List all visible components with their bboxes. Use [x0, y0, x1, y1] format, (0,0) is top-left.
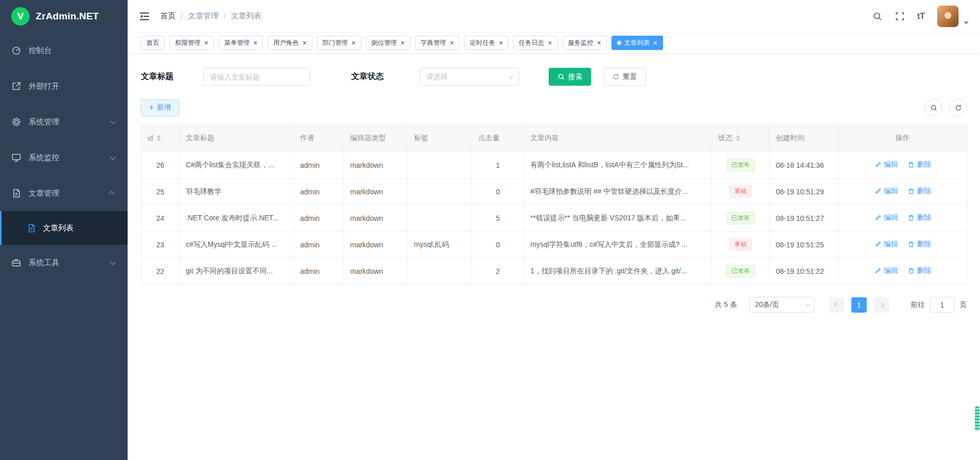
next-page-button[interactable]: [874, 297, 889, 313]
edit-icon: [874, 188, 881, 195]
sidebar-item-article-manage[interactable]: 文章管理: [0, 175, 128, 211]
page-number-button[interactable]: 1: [851, 297, 867, 313]
pagination-total: 共 5 条: [715, 300, 737, 310]
table-row: 22 git 为不同的项目设置不同... admin markdown 2 1，…: [141, 258, 967, 285]
status-badge: 草稿: [729, 238, 752, 251]
sidebar-item-label: 系统监控: [29, 153, 110, 163]
search-button-label: 搜索: [568, 72, 582, 82]
sidebar-item-label: 控制台: [29, 46, 116, 56]
sidebar-item-external-open[interactable]: 外部打开: [0, 68, 128, 104]
sidebar-item-label: 文章管理: [29, 189, 110, 198]
sort-icon[interactable]: [736, 135, 740, 141]
cell-actions: 编辑 删除: [839, 258, 967, 285]
document-icon: [11, 188, 21, 198]
close-icon[interactable]: ×: [401, 39, 405, 46]
toggle-search-button[interactable]: [925, 99, 942, 116]
breadcrumb-item[interactable]: 首页: [160, 11, 176, 21]
tag-permission[interactable]: 权限管理×: [169, 36, 214, 50]
cell-status: 已发布: [712, 258, 770, 285]
article-status-select[interactable]: 请选择: [420, 68, 519, 86]
tag-label: 部门管理: [323, 39, 348, 47]
page-size-select[interactable]: 20条/页: [749, 297, 815, 313]
close-icon[interactable]: ×: [352, 39, 356, 46]
tag-home[interactable]: 首页: [141, 36, 165, 50]
tag-dict-manage[interactable]: 字典管理×: [415, 36, 459, 50]
tag-menu-manage[interactable]: 菜单管理×: [218, 36, 263, 50]
search-button[interactable]: 搜索: [549, 68, 591, 86]
tag-article-list[interactable]: 文章列表×: [611, 36, 663, 50]
chevron-down-icon: [110, 259, 116, 265]
search-icon[interactable]: [872, 11, 883, 21]
sidebar-item-system-monitor[interactable]: 系统监控: [0, 140, 128, 175]
sidebar-item-label: 外部打开: [29, 82, 116, 91]
cell-tags: [408, 205, 472, 232]
close-icon[interactable]: ×: [253, 39, 257, 46]
sort-icon[interactable]: [157, 135, 161, 141]
close-icon[interactable]: ×: [499, 39, 503, 46]
tag-label: 岗位管理: [372, 39, 397, 47]
goto-page-input[interactable]: [930, 297, 954, 313]
font-size-icon[interactable]: tT: [917, 12, 925, 20]
close-icon[interactable]: ×: [204, 39, 208, 46]
column-header-tags: 标签: [408, 124, 472, 152]
dashboard-icon: [11, 45, 21, 56]
tag-label: 任务日志: [519, 39, 544, 47]
sidebar-item-system-tools[interactable]: 系统工具: [0, 245, 128, 280]
article-title-input[interactable]: [203, 68, 310, 86]
close-icon[interactable]: ×: [450, 39, 454, 46]
cell-id: 22: [141, 258, 180, 285]
edit-icon: [874, 267, 881, 274]
sidebar-submenu-article: 文章列表: [0, 211, 128, 245]
delete-button[interactable]: 删除: [908, 160, 932, 169]
edit-button[interactable]: 编辑: [874, 266, 898, 275]
tag-service-monitor[interactable]: 服务监控×: [562, 36, 607, 50]
gear-icon: [11, 117, 21, 127]
edit-button[interactable]: 编辑: [874, 160, 898, 169]
refresh-table-button[interactable]: [949, 99, 967, 116]
column-header-id: id: [141, 124, 180, 152]
delete-button[interactable]: 删除: [908, 266, 932, 275]
user-menu-caret-icon[interactable]: [964, 21, 969, 24]
cell-id: 23: [141, 232, 180, 258]
tag-task-log[interactable]: 任务日志×: [513, 36, 557, 50]
delete-button[interactable]: 删除: [908, 187, 932, 196]
fullscreen-icon[interactable]: [895, 11, 905, 21]
tag-label: 定时任务: [470, 39, 495, 47]
close-icon[interactable]: ×: [653, 39, 657, 46]
trash-icon: [908, 188, 915, 195]
delete-button[interactable]: 删除: [908, 240, 932, 249]
close-icon[interactable]: ×: [548, 39, 552, 46]
scrollbar-thumb[interactable]: [975, 406, 979, 431]
breadcrumb-separator: /: [224, 12, 226, 20]
app-title: ZrAdmin.NET: [36, 11, 99, 22]
reset-button[interactable]: 重置: [603, 68, 646, 86]
reset-button-label: 重置: [623, 72, 637, 82]
tag-user-role[interactable]: 用户角色×: [267, 36, 312, 50]
add-button[interactable]: + 新增: [141, 99, 179, 116]
article-title-label: 文章标题: [141, 71, 174, 82]
cell-editor: markdown: [344, 178, 408, 205]
cell-content: mysql字符集utf8，c#写入中文后，全部显示成? ...: [524, 232, 712, 258]
tag-post-manage[interactable]: 岗位管理×: [366, 36, 410, 50]
monitor-icon: [11, 152, 21, 163]
edit-button[interactable]: 编辑: [874, 213, 898, 222]
column-header-hits: 点击量: [472, 124, 524, 152]
prev-page-button[interactable]: [829, 297, 844, 313]
close-icon[interactable]: ×: [302, 39, 306, 46]
tag-cron-task[interactable]: 定时任务×: [464, 36, 508, 50]
sidebar-item-dashboard[interactable]: 控制台: [0, 33, 128, 68]
breadcrumb-item[interactable]: 文章管理: [188, 11, 218, 21]
chevron-down-icon: [805, 301, 811, 306]
user-avatar[interactable]: [937, 6, 959, 27]
sidebar-item-article-list[interactable]: 文章列表: [0, 211, 128, 245]
edit-button[interactable]: 编辑: [874, 187, 898, 196]
delete-button[interactable]: 删除: [908, 213, 932, 222]
sidebar-fold-icon[interactable]: [139, 11, 150, 22]
column-header-title: 文章标题: [180, 124, 294, 152]
edit-button[interactable]: 编辑: [874, 240, 898, 249]
cell-title: C#两个list集合实现关联，...: [180, 152, 294, 178]
tag-dept-manage[interactable]: 部门管理×: [317, 36, 361, 50]
sidebar-item-system-manage[interactable]: 系统管理: [0, 104, 128, 140]
header-actions: tT: [872, 6, 969, 27]
close-icon[interactable]: ×: [597, 39, 601, 46]
